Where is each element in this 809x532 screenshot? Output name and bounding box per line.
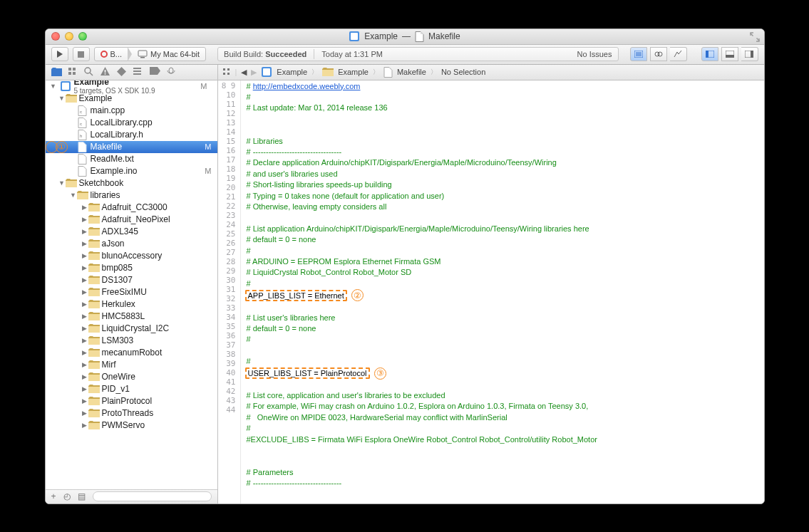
toggle-debug-button[interactable] — [721, 47, 738, 61]
disclosure-icon[interactable]: ▶ — [81, 313, 88, 320]
debug-navigator-icon[interactable] — [133, 67, 144, 78]
project-navigator-icon[interactable] — [51, 67, 62, 78]
symbol-navigator-icon[interactable] — [68, 67, 78, 78]
folder-label: PID_v1 — [102, 384, 130, 394]
fullscreen-icon[interactable] — [750, 32, 760, 42]
file-row[interactable]: hLocalLibrary.h — [46, 129, 217, 141]
xcode-window: Example — Makefile B... My Mac 64-bit Bu… — [45, 28, 765, 504]
target-icon — [101, 51, 108, 58]
back-button[interactable]: ◀ — [241, 68, 247, 77]
disclosure-icon[interactable]: ▶ — [81, 349, 88, 356]
jump-file[interactable]: Makefile — [397, 68, 426, 76]
disclosure-icon[interactable]: ▶ — [81, 325, 88, 332]
log-navigator-icon[interactable] — [166, 67, 177, 78]
folder-label: PWMServo — [102, 420, 145, 430]
callout-1: ① — [56, 141, 68, 153]
folder-icon — [88, 276, 100, 285]
issue-navigator-icon[interactable] — [101, 67, 111, 78]
assistant-editor-button[interactable] — [650, 47, 667, 61]
related-items-icon[interactable] — [222, 68, 231, 76]
file-tree[interactable]: ▼ Example5 targets, OS X SDK 10.9 M ▼Exa… — [46, 80, 217, 489]
forward-button[interactable]: ▶ — [251, 68, 257, 77]
disclosure-icon[interactable]: ▶ — [81, 397, 88, 405]
test-navigator-icon[interactable] — [117, 67, 128, 78]
folder-row[interactable]: ▶aJson — [46, 238, 217, 250]
jump-bar[interactable]: | ◀ ▶ Example〉 Example〉 Makefile〉 No Sel… — [218, 65, 764, 80]
folder-row[interactable]: ▼Sketchbook — [46, 177, 217, 189]
folder-row[interactable]: ▶bmp085 — [46, 262, 217, 274]
folder-row[interactable]: ▶PWMServo — [46, 419, 217, 432]
folder-row[interactable]: ▼libraries — [46, 189, 217, 202]
disclosure-icon[interactable]: ▶ — [81, 301, 88, 308]
scm-filter-icon[interactable]: ▤ — [78, 491, 86, 501]
toggle-navigator-button[interactable] — [701, 47, 718, 61]
folder-row[interactable]: ▶DS1307 — [46, 274, 217, 286]
disclosure-icon[interactable]: ▶ — [81, 228, 88, 235]
disclosure-icon[interactable]: ▶ — [81, 276, 88, 283]
disclosure-icon[interactable]: ▶ — [81, 240, 88, 247]
folder-row[interactable]: ▶LiquidCrystal_I2C — [46, 323, 217, 335]
status-build: Build Build: Succeeded — [224, 50, 306, 58]
file-row[interactable]: Example.inoM — [46, 165, 217, 177]
h-file-icon: h — [78, 130, 87, 140]
highlighted-code: APP_LIBS_LIST = Ethernet — [245, 290, 347, 301]
folder-row[interactable]: ▶mecanumRobot — [46, 347, 217, 359]
folder-row[interactable]: ▶ProtoThreads — [46, 407, 217, 419]
folder-row[interactable]: ▶ADXL345 — [46, 226, 217, 238]
folder-row[interactable]: ▶FreeSixIMU — [46, 286, 217, 298]
standard-editor-button[interactable] — [630, 47, 647, 61]
disclosure-icon[interactable]: ▶ — [81, 385, 88, 392]
code-content[interactable]: # http://embedxcode.weebly.com # # Last … — [241, 80, 764, 504]
version-editor-button[interactable] — [670, 47, 687, 61]
code-editor[interactable]: 8 9 10 11 12 13 14 15 16 17 18 19 20 21 … — [218, 80, 764, 504]
run-button[interactable] — [51, 47, 68, 61]
folder-row[interactable]: ▶Mirf — [46, 359, 217, 371]
breakpoint-navigator-icon[interactable] — [150, 67, 160, 78]
jump-folder[interactable]: Example — [338, 68, 369, 76]
svg-rect-24 — [104, 73, 105, 75]
disclosure-icon[interactable]: ▶ — [81, 288, 88, 296]
disclosure-icon[interactable]: ▶ — [81, 216, 88, 223]
url-link[interactable]: http://embedxcode.weebly.com — [253, 82, 361, 90]
folder-row[interactable]: ▶PID_v1 — [46, 383, 217, 395]
recent-filter-icon[interactable]: ◴ — [63, 491, 71, 501]
scheme-selector[interactable]: B... My Mac 64-bit — [94, 47, 207, 61]
file-row[interactable]: cLocalLibrary.cpp — [46, 117, 217, 129]
jump-symbol[interactable]: No Selection — [441, 68, 485, 76]
disclosure-icon[interactable]: ▶ — [81, 373, 88, 380]
svg-point-21 — [85, 68, 91, 73]
disclosure-icon[interactable]: ▶ — [81, 361, 88, 368]
add-button[interactable]: + — [51, 491, 56, 501]
disclosure-icon[interactable]: ▶ — [81, 204, 88, 211]
folder-row[interactable]: ▶Adafruit_CC3000 — [46, 202, 217, 214]
disclosure-icon[interactable]: ▶ — [81, 410, 88, 417]
filter-field[interactable] — [93, 491, 212, 501]
disclosure-icon[interactable]: ▶ — [81, 337, 88, 344]
file-row[interactable]: cmain.cpp — [46, 105, 217, 117]
minimize-button[interactable] — [65, 32, 73, 41]
zoom-button[interactable] — [78, 32, 87, 41]
folder-icon — [88, 324, 100, 333]
jump-project[interactable]: Example — [277, 68, 307, 76]
file-row-selected[interactable]: MakefileM ① — [46, 141, 217, 153]
project-root[interactable]: ▼ Example5 targets, OS X SDK 10.9 M — [46, 80, 217, 93]
folder-row[interactable]: ▶HMC5883L — [46, 311, 217, 323]
folder-row[interactable]: ▶blunoAccessory — [46, 250, 217, 262]
folder-row[interactable]: ▶OneWire — [46, 371, 217, 383]
toggle-utilities-button[interactable] — [741, 47, 758, 61]
disclosure-icon[interactable]: ▶ — [81, 252, 88, 259]
disclosure-icon[interactable]: ▼ — [50, 83, 57, 90]
makefile-file-icon — [415, 31, 424, 42]
stop-button[interactable] — [73, 47, 90, 61]
folder-row[interactable]: ▶Herkulex — [46, 298, 217, 311]
disclosure-icon[interactable]: ▶ — [81, 264, 88, 271]
close-button[interactable] — [51, 32, 60, 41]
folder-row[interactable]: ▶LSM303 — [46, 335, 217, 347]
folder-row[interactable]: ▶Adafruit_NeoPixel — [46, 214, 217, 226]
disclosure-icon[interactable]: ▶ — [81, 422, 88, 429]
search-navigator-icon[interactable] — [84, 67, 95, 78]
body: ▼ Example5 targets, OS X SDK 10.9 M ▼Exa… — [46, 65, 764, 504]
xcode-project-icon — [261, 66, 272, 78]
folder-row[interactable]: ▶PlainProtocol — [46, 395, 217, 407]
file-row[interactable]: ReadMe.txt — [46, 153, 217, 165]
